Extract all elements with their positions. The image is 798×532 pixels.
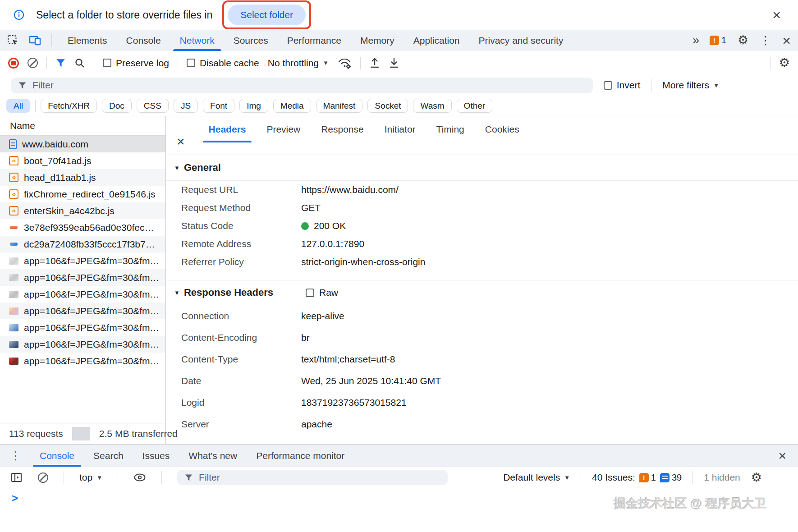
settings-gear-icon[interactable]: ⚙ [738,34,748,46]
header-value-text: 200 OK [314,220,346,231]
issues-counter[interactable]: 40 Issues: ! 1 39 [592,472,682,483]
preserve-log-checkbox[interactable] [103,59,111,67]
chip-fetch-xhr[interactable]: Fetch/XHR [41,99,97,113]
chip-doc[interactable]: Doc [102,99,132,113]
request-row[interactable]: app=106&f=JPEG&fm=30&fm… [0,319,165,336]
export-har-icon[interactable] [389,57,399,69]
request-row[interactable]: boot_70f41ad.js [0,152,165,169]
header-key: Server [166,419,301,430]
detail-tab-timing[interactable]: Timing [426,116,475,142]
import-har-icon[interactable] [369,57,380,69]
detail-tab-initiator[interactable]: Initiator [374,116,426,142]
log-levels-dropdown[interactable]: Default levels ▼ [503,472,570,483]
chip-all[interactable]: All [6,99,30,113]
divider [581,471,581,484]
drawer-close-icon[interactable]: × [778,449,786,463]
tab-console[interactable]: Console [117,30,170,51]
chip-manifest[interactable]: Manifest [316,99,363,113]
chip-wasm[interactable]: Wasm [413,99,451,113]
detail-tab-cookies[interactable]: Cookies [475,116,530,142]
request-row[interactable]: fixChrome_redirect_0e91546.js [0,186,165,202]
console-settings-gear-icon[interactable]: ⚙ [751,472,762,484]
drawer-tab-what-s-new[interactable]: What's new [179,445,247,467]
drawer-tab-performance-monitor[interactable]: Performance monitor [247,445,354,467]
detail-tab-response[interactable]: Response [311,116,374,142]
tab-privacy-and-security[interactable]: Privacy and security [469,30,573,51]
tab-performance[interactable]: Performance [278,30,351,51]
clear-console-icon[interactable] [38,472,48,483]
filter-funnel-icon[interactable] [55,58,66,68]
tab-elements[interactable]: Elements [58,30,117,51]
request-row[interactable]: app=106&f=JPEG&fm=30&fm… [0,336,165,353]
detail-tab-headers[interactable]: Headers [198,116,257,142]
infobar-close-icon[interactable]: × [772,8,781,22]
tab-application[interactable]: Application [404,30,469,51]
request-name: dc29a72408fb33f5ccc17f3b7… [24,239,155,250]
tab-memory[interactable]: Memory [351,30,404,51]
request-name: app=106&f=JPEG&fm=30&fm… [24,306,160,316]
drawer-tab-issues[interactable]: Issues [133,445,179,467]
drawer-tabs: ConsoleSearchIssuesWhat's newPerformance… [30,445,354,467]
image-thumbnail-2 [9,274,18,281]
request-row[interactable]: app=106&f=JPEG&fm=30&fm… [0,269,165,286]
image-thumbnail-3 [9,291,18,298]
invert-checkbox[interactable] [604,81,612,90]
response-headers-section-header[interactable]: ▼ Response Headers Raw [166,280,798,305]
network-settings-gear-icon[interactable]: ⚙ [779,57,790,69]
more-tabs-icon[interactable]: » [693,34,698,46]
close-details-icon[interactable]: × [177,135,185,148]
console-prompt-chevron[interactable]: > [12,492,18,504]
header-row: Request URLhttps://www.baidu.com/ [166,181,798,199]
error-icon: ! [710,36,719,45]
request-details-panel: × HeadersPreviewResponseInitiatorTimingC… [166,116,798,444]
record-network-log-icon[interactable] [8,58,19,69]
chip-img[interactable]: Img [239,99,268,113]
request-name: enterSkin_a4c42bc.js [24,206,115,216]
request-row[interactable]: app=106&f=JPEG&fm=30&fm… [0,286,165,303]
context-selector-dropdown[interactable]: top ▼ [79,472,102,483]
network-filter-input[interactable]: Filter [11,78,593,93]
device-toolbar-icon[interactable] [29,35,41,46]
live-expression-eye-icon[interactable] [133,473,146,482]
detail-tab-preview[interactable]: Preview [256,116,311,142]
chip-css[interactable]: CSS [137,99,169,113]
request-row[interactable]: 3e78ef9359eab56ad0e30fec… [0,219,165,236]
request-row[interactable]: enterSkin_a4c42bc.js [0,202,165,219]
tab-sources[interactable]: Sources [224,30,278,51]
general-section-header[interactable]: ▼ General [166,155,798,181]
drawer-tab-search[interactable]: Search [84,445,133,467]
throttling-dropdown[interactable]: No throttling ▼ [268,58,329,69]
chip-other[interactable]: Other [457,99,493,113]
request-row[interactable]: app=106&f=JPEG&fm=30&fm… [0,303,165,319]
search-icon[interactable] [74,58,85,69]
chip-socket[interactable]: Socket [367,99,408,113]
more-filters-dropdown[interactable]: More filters ▼ [662,80,719,91]
red-annotation-box: Select folder [222,0,311,29]
issues-error-badge[interactable]: ! 1 [710,35,726,46]
chip-font[interactable]: Font [203,99,234,113]
select-folder-button[interactable]: Select folder [228,5,306,25]
raw-checkbox[interactable] [306,289,314,297]
clear-network-log-icon[interactable] [28,58,38,68]
request-row[interactable]: dc29a72408fb33f5ccc17f3b7… [0,236,165,252]
kebab-menu-icon[interactable]: ⋮ [760,35,771,46]
console-sidebar-toggle-icon[interactable] [11,472,23,483]
drawer-tab-console[interactable]: Console [30,445,84,467]
devtools-close-icon[interactable]: × [782,33,791,48]
chip-js[interactable]: JS [174,99,198,113]
request-row[interactable]: head_d11aab1.js [0,169,165,186]
request-row[interactable]: app=106&f=JPEG&fm=30&fm… [0,353,165,369]
drawer-kebab-menu-icon[interactable]: ⋮ [10,450,21,461]
request-row[interactable]: www.baidu.com [0,136,165,152]
disable-cache-checkbox[interactable] [187,59,195,67]
network-conditions-icon[interactable] [337,57,352,69]
inspect-element-icon[interactable] [7,35,19,46]
chip-media[interactable]: Media [273,99,311,113]
tab-network[interactable]: Network [170,30,224,51]
disable-cache-label: Disable cache [200,58,259,69]
request-row[interactable]: app=106&f=JPEG&fm=30&fm… [0,252,165,269]
name-column-header[interactable]: Name [0,116,165,136]
console-filter-input[interactable]: Filter [177,470,448,485]
network-filter-row: Filter Invert More filters ▼ [0,75,798,96]
image-thumbnail-5 [9,324,18,331]
